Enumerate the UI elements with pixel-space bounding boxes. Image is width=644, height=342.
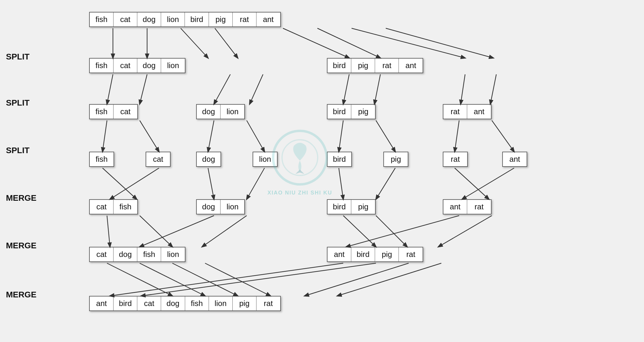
- svg-line-22: [339, 120, 343, 152]
- row2-rr-array: rat ant: [443, 104, 492, 119]
- svg-line-9: [386, 28, 493, 58]
- cell: lion: [209, 296, 233, 310]
- svg-line-40: [376, 216, 407, 247]
- cell: pig: [351, 200, 375, 214]
- row3-rat: rat: [443, 152, 468, 167]
- cell: pig: [351, 59, 375, 73]
- cell: bird: [185, 12, 209, 26]
- cell: pig: [384, 152, 408, 166]
- cell: dog: [161, 296, 185, 310]
- cell: lion: [161, 247, 185, 261]
- cell: cat: [114, 12, 137, 26]
- merge-label-2: MERGE: [6, 241, 37, 250]
- svg-line-44: [107, 263, 172, 296]
- cell: cat: [90, 247, 114, 261]
- cell: fish: [185, 296, 209, 310]
- row4-antrat: ant rat: [443, 199, 492, 214]
- cell: fish: [114, 200, 137, 214]
- svg-line-12: [214, 74, 230, 104]
- cell: rat: [233, 12, 256, 26]
- row3-pig: pig: [383, 152, 408, 167]
- merge-label-1: MERGE: [6, 193, 37, 203]
- cell: bird: [327, 105, 351, 119]
- svg-line-19: [140, 120, 159, 152]
- cell: cat: [114, 59, 137, 73]
- cell: rat: [467, 200, 491, 214]
- svg-line-6: [283, 28, 349, 58]
- svg-line-29: [247, 168, 264, 199]
- cell: bird: [327, 200, 351, 214]
- split-label-1: SPLIT: [6, 52, 29, 62]
- svg-line-15: [374, 74, 380, 104]
- diagram-container: fish cat dog lion bird pig rat ant SPLIT…: [0, 0, 644, 342]
- svg-line-23: [376, 120, 395, 152]
- row3-lion: lion: [253, 152, 278, 167]
- row3-fish: fish: [89, 152, 114, 167]
- cell: dog: [137, 12, 161, 26]
- cell: rat: [399, 247, 423, 261]
- arrows-svg: [0, 0, 644, 342]
- row2-rl-array: bird pig: [327, 104, 376, 119]
- cell: ant: [503, 152, 527, 166]
- svg-line-35: [140, 216, 172, 247]
- cell: ant: [256, 12, 280, 26]
- svg-line-46: [172, 263, 238, 296]
- row3-dog: dog: [196, 152, 221, 167]
- svg-line-13: [250, 74, 263, 104]
- cell: dog: [114, 247, 137, 261]
- svg-line-24: [455, 120, 459, 152]
- svg-line-20: [208, 120, 214, 152]
- svg-line-37: [202, 216, 247, 247]
- cell: ant: [327, 247, 351, 261]
- cell: lion: [161, 12, 185, 26]
- merge-label-3: MERGE: [6, 290, 37, 299]
- cell: lion: [221, 200, 244, 214]
- row4-birdpig: bird pig: [327, 199, 376, 214]
- cell: ant: [399, 59, 423, 73]
- cell: lion: [221, 105, 244, 119]
- svg-point-1: [282, 140, 318, 175]
- row5-left: cat dog fish lion: [89, 247, 185, 262]
- svg-line-48: [305, 263, 409, 296]
- cell: fish: [137, 247, 161, 261]
- svg-line-49: [337, 263, 441, 296]
- cell: ant: [90, 296, 114, 310]
- cell: pig: [233, 296, 256, 310]
- svg-line-39: [343, 216, 376, 247]
- svg-line-5: [215, 28, 238, 58]
- svg-line-33: [455, 168, 489, 199]
- svg-line-17: [490, 74, 496, 104]
- svg-line-43: [141, 263, 376, 296]
- svg-line-31: [376, 168, 395, 199]
- cell: fish: [90, 12, 114, 26]
- cell: bird: [327, 152, 351, 166]
- svg-line-4: [181, 28, 208, 58]
- svg-line-38: [346, 216, 459, 247]
- split-label-2: SPLIT: [6, 98, 29, 108]
- cell: lion: [161, 59, 185, 73]
- row0-array: fish cat dog lion bird pig rat ant: [89, 12, 281, 27]
- cell: cat: [90, 200, 114, 214]
- row3-bird: bird: [327, 152, 352, 167]
- cell: rat: [443, 152, 467, 166]
- svg-line-11: [140, 74, 147, 104]
- svg-line-16: [461, 74, 465, 104]
- cell: dog: [197, 200, 221, 214]
- cell: pig: [351, 105, 375, 119]
- svg-line-21: [247, 120, 264, 152]
- split-label-3: SPLIT: [6, 146, 29, 155]
- cell: pig: [375, 247, 399, 261]
- cell: cat: [114, 105, 137, 119]
- svg-line-26: [110, 168, 159, 199]
- svg-line-8: [352, 28, 465, 58]
- row4-doglion: dog lion: [196, 199, 245, 214]
- cell: cat: [137, 296, 161, 310]
- cell: dog: [137, 59, 161, 73]
- row3-ant: ant: [502, 152, 527, 167]
- svg-line-36: [140, 216, 214, 247]
- svg-line-41: [438, 216, 492, 247]
- svg-line-34: [107, 216, 110, 247]
- svg-line-25: [492, 120, 514, 152]
- cell: lion: [253, 152, 277, 166]
- row1-right-array: bird pig rat ant: [327, 58, 423, 73]
